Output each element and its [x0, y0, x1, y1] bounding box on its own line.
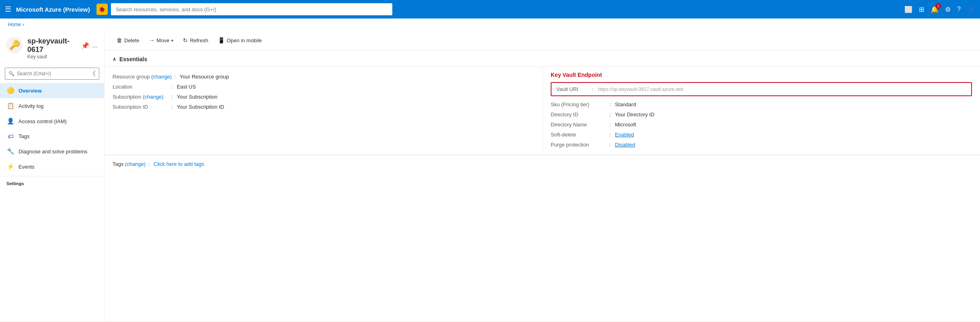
mobile-icon: 📱: [218, 37, 225, 43]
notifications-icon[interactable]: 🔔 1: [931, 6, 939, 13]
tags-icon: 🏷: [6, 133, 14, 140]
sidebar-item-tags-label: Tags: [18, 133, 29, 139]
sidebar-item-events-label: Events: [18, 164, 35, 170]
diagnose-icon: 🔧: [6, 148, 14, 155]
sidebar-item-access-control[interactable]: 👤 Access control (IAM): [0, 114, 104, 129]
sku-row: Sku (Pricing tier) : Standard: [551, 99, 972, 109]
resource-header: 🔑 sp-keyvault-0617 📌 ... Key vault: [0, 31, 104, 64]
sidebar-item-tags[interactable]: 🏷 Tags: [0, 129, 104, 144]
azure-badge: 🐞: [96, 4, 108, 15]
directory-name-value: Microsoft: [615, 122, 636, 128]
access-control-icon: 👤: [6, 118, 14, 125]
refresh-icon: ↻: [183, 37, 188, 43]
soft-delete-row: Soft-delete : Enabled: [551, 130, 972, 140]
resource-name: sp-keyvault-0617: [27, 37, 78, 54]
help-icon[interactable]: ?: [957, 6, 961, 13]
tags-add-link[interactable]: Click here to add tags: [154, 161, 204, 167]
breadcrumb: Home ›: [0, 19, 980, 31]
directory-name-row: Directory Name : Microsoft: [551, 120, 972, 130]
resource-group-label: Resource group (change): [113, 74, 172, 80]
soft-delete-label: Soft-delete: [551, 132, 607, 138]
resource-group-row: Resource group (change) : Your Resource …: [113, 72, 534, 82]
settings-icon[interactable]: ⚙: [945, 6, 951, 13]
cloud-shell-icon[interactable]: ⬜: [904, 6, 912, 13]
tags-label: Tags (change): [113, 161, 146, 167]
tags-change-link[interactable]: (change): [125, 161, 146, 167]
purge-protection-value[interactable]: Disabled: [615, 142, 636, 148]
move-label: Move: [157, 37, 170, 43]
resource-group-value: Your Resource group: [180, 74, 229, 80]
directory-id-value: Your Directory ID: [615, 111, 655, 118]
purge-protection-label: Purge protection: [551, 142, 607, 148]
vault-uri-label: Vault URI: [556, 86, 588, 92]
breadcrumb-sep: ›: [23, 22, 24, 27]
soft-delete-value[interactable]: Enabled: [615, 132, 634, 138]
refresh-button[interactable]: ↻ Refresh: [179, 35, 212, 46]
essentials-header: ∧ Essentials: [105, 50, 980, 67]
sidebar-item-overview[interactable]: 🟡 Overview: [0, 83, 104, 98]
pin-icon[interactable]: 📌: [81, 42, 89, 50]
subscription-label: Subscription (change): [113, 94, 169, 100]
delete-icon: 🗑: [117, 37, 122, 43]
vault-uri-box: Vault URI : https://sp-keyvault-0617.vau…: [551, 82, 972, 96]
open-mobile-label: Open in mobile: [227, 37, 262, 43]
app-title: Microsoft Azure (Preview): [16, 6, 90, 13]
events-icon: ⚡: [6, 163, 14, 170]
location-value: East US: [177, 84, 196, 90]
essentials-toggle[interactable]: ∧: [113, 56, 116, 62]
sku-value: Standard: [615, 101, 636, 107]
key-vault-endpoint-title: Key Vault Endpoint: [551, 72, 972, 78]
resource-group-change-link[interactable]: (change): [151, 74, 172, 80]
portal-menu-icon[interactable]: ⊞: [919, 6, 924, 13]
global-search-input[interactable]: [111, 3, 392, 15]
directory-name-label: Directory Name: [551, 122, 607, 128]
subscription-id-value: Your Subscription ID: [177, 104, 224, 110]
move-icon: →: [149, 37, 155, 43]
resource-icon: 🔑: [6, 37, 23, 53]
essentials-section: ∧ Essentials Resource group (change) : Y…: [105, 50, 980, 155]
sidebar: 🔑 sp-keyvault-0617 📌 ... Key vault 🔍 《 🟡…: [0, 31, 105, 321]
sidebar-item-events[interactable]: ⚡ Events: [0, 159, 104, 174]
sidebar-collapse-button[interactable]: 《: [89, 70, 96, 78]
resource-subtitle: Key vault: [27, 54, 98, 60]
search-icon: 🔍: [8, 71, 14, 76]
topbar: ☰ Microsoft Azure (Preview) 🐞 ⬜ ⊞ 🔔 1 ⚙ …: [0, 0, 980, 19]
directory-id-label: Directory ID: [551, 111, 607, 118]
sidebar-item-access-control-label: Access control (IAM): [18, 118, 67, 124]
subscription-id-row: Subscription ID : Your Subscription ID: [113, 102, 534, 112]
settings-section-title: Settings: [0, 176, 104, 188]
vault-uri-value: https://sp-keyvault-0617.vault.azure.net…: [598, 87, 684, 92]
subscription-value: Your Subscription: [177, 94, 217, 100]
sidebar-search-box[interactable]: 🔍 《: [5, 68, 99, 80]
sidebar-item-activity-log[interactable]: 📋 Activity log: [0, 98, 104, 114]
sku-label: Sku (Pricing tier): [551, 101, 607, 107]
sidebar-item-overview-label: Overview: [18, 88, 42, 94]
subscription-change-link[interactable]: (change): [143, 94, 163, 100]
directory-id-row: Directory ID : Your Directory ID: [551, 109, 972, 120]
overview-icon: 🟡: [6, 87, 14, 94]
notification-count: 1: [935, 3, 941, 9]
toolbar: 🗑 Delete → Move ▾ ↻ Refresh 📱 Open in mo…: [105, 31, 980, 50]
location-row: Location : East US: [113, 82, 534, 92]
essentials-right-column: Key Vault Endpoint Vault URI : https://s…: [542, 67, 980, 155]
more-options-icon[interactable]: ...: [92, 42, 98, 49]
essentials-left-column: Resource group (change) : Your Resource …: [105, 67, 542, 155]
account-icon[interactable]: 👤: [967, 6, 975, 13]
essentials-title: Essentials: [119, 56, 147, 62]
subscription-row: Subscription (change) : Your Subscriptio…: [113, 92, 534, 102]
move-dropdown-icon: ▾: [171, 38, 173, 43]
purge-protection-row: Purge protection : Disabled: [551, 140, 972, 150]
location-label: Location: [113, 84, 169, 90]
sidebar-item-activity-log-label: Activity log: [18, 103, 43, 109]
activity-log-icon: 📋: [6, 102, 14, 109]
breadcrumb-home[interactable]: Home: [8, 22, 21, 27]
sidebar-item-diagnose-label: Diagnose and solve problems: [18, 149, 87, 155]
subscription-id-label: Subscription ID: [113, 104, 169, 110]
delete-button[interactable]: 🗑 Delete: [113, 35, 144, 46]
sidebar-item-diagnose[interactable]: 🔧 Diagnose and solve problems: [0, 144, 104, 159]
main-content: 🗑 Delete → Move ▾ ↻ Refresh 📱 Open in mo…: [105, 31, 980, 321]
menu-icon[interactable]: ☰: [5, 5, 11, 14]
sidebar-search-input[interactable]: [17, 71, 87, 76]
move-button[interactable]: → Move ▾: [145, 35, 178, 46]
open-mobile-button[interactable]: 📱 Open in mobile: [214, 35, 266, 46]
